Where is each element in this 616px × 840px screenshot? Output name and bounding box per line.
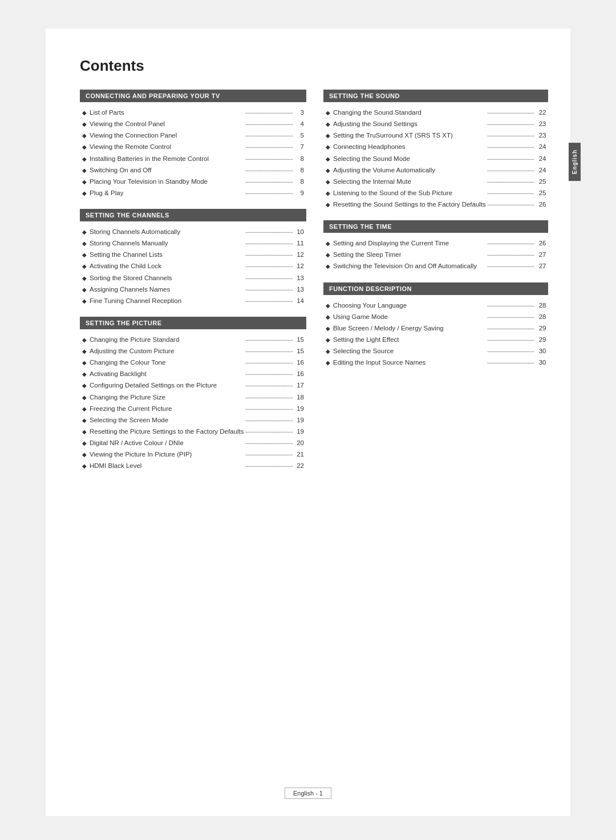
item-name: Using Game Mode <box>333 311 486 322</box>
item-name: Fine Tuning Channel Reception <box>90 295 244 306</box>
item-text: Configuring Detailed Settings on the Pic… <box>90 379 304 391</box>
item-dots: ........................................… <box>487 141 535 152</box>
diamond-icon: ◆ <box>326 335 330 345</box>
item-name: Viewing the Connection Panel <box>90 130 244 141</box>
diamond-icon: ◆ <box>326 261 330 272</box>
item-text: Selecting the Internal Mute.............… <box>333 176 546 187</box>
item-page: 8 <box>294 164 304 176</box>
item-text: Viewing the Picture In Picture (PIP)....… <box>90 449 304 460</box>
diamond-icon: ◆ <box>82 188 87 199</box>
diamond-icon: ◆ <box>82 296 87 306</box>
diamond-icon: ◆ <box>326 358 330 368</box>
item-text: Switching On and Off....................… <box>90 164 304 176</box>
diamond-icon: ◆ <box>82 142 87 152</box>
diamond-icon: ◆ <box>82 404 87 414</box>
english-tab: English <box>569 143 581 181</box>
item-dots: ........................................… <box>245 187 293 199</box>
list-item: ◆Listening to the Sound of the Sub Pictu… <box>326 187 546 199</box>
section-1: SETTING THE CHANNELS◆Storing Channels Au… <box>80 209 306 306</box>
diamond-icon: ◆ <box>82 250 87 260</box>
item-page: 26 <box>536 237 546 249</box>
section-1: SETTING THE TIME◆Setting and Displaying … <box>323 220 548 272</box>
item-name: Switching the Television On and Off Auto… <box>333 260 486 272</box>
item-name: Selecting the Internal Mute <box>333 176 486 187</box>
diamond-icon: ◆ <box>82 261 87 272</box>
item-dots: ........................................… <box>245 272 293 284</box>
list-item: ◆Changing the Sound Standard............… <box>326 107 546 118</box>
diamond-icon: ◆ <box>326 108 330 118</box>
item-name: Plug & Play <box>90 187 244 199</box>
item-page: 16 <box>294 357 304 368</box>
item-text: Fine Tuning Channel Reception...........… <box>90 295 304 306</box>
item-text: Setting the Light Effect................… <box>333 334 546 345</box>
diamond-icon: ◆ <box>82 427 87 437</box>
item-name: Selecting the Screen Mode <box>90 414 244 426</box>
item-name: Changing the Picture Size <box>90 391 244 403</box>
item-dots: ........................................… <box>487 176 535 187</box>
item-name: Activating the Child Lock <box>90 260 244 272</box>
item-dots: ........................................… <box>245 403 293 414</box>
list-item: ◆Adjusting the Custom Picture...........… <box>82 345 304 357</box>
item-name: Setting the TruSurround XT (SRS TS XT) <box>333 130 486 141</box>
item-text: Viewing the Connection Panel............… <box>90 130 304 141</box>
item-page: 15 <box>294 345 304 357</box>
item-name: Choosing Your Language <box>333 300 486 311</box>
section-header-1: SETTING THE CHANNELS <box>80 209 306 221</box>
item-page: 9 <box>294 187 304 199</box>
diamond-icon: ◆ <box>326 131 330 141</box>
list-item: ◆Adjusting the Volume Automatically.....… <box>326 164 546 176</box>
diamond-icon: ◆ <box>326 154 330 164</box>
diamond-icon: ◆ <box>82 131 87 141</box>
diamond-icon: ◆ <box>82 165 87 176</box>
section-header-2: SETTING THE PICTURE <box>80 317 306 329</box>
item-dots: ........................................… <box>487 345 535 357</box>
item-name: Adjusting the Sound Settings <box>333 118 486 130</box>
item-page: 11 <box>294 237 304 249</box>
item-name: Storing Channels Manually <box>90 237 244 249</box>
item-text: Viewing the Control Panel...............… <box>90 118 304 130</box>
diamond-icon: ◆ <box>326 177 330 187</box>
item-dots: ........................................… <box>487 118 535 130</box>
item-text: Freezing the Current Picture............… <box>90 403 304 414</box>
diamond-icon: ◆ <box>82 273 87 284</box>
diamond-icon: ◆ <box>326 239 330 249</box>
item-text: Adjusting the Custom Picture............… <box>90 345 304 357</box>
list-item: ◆List of Parts..........................… <box>82 107 304 118</box>
diamond-icon: ◆ <box>82 335 87 345</box>
diamond-icon: ◆ <box>326 188 330 199</box>
item-page: 30 <box>536 345 546 357</box>
list-item: ◆Editing the Input Source Names.........… <box>326 357 546 368</box>
item-page: 22 <box>294 460 304 471</box>
item-name: List of Parts <box>90 107 244 118</box>
item-name: Viewing the Control Panel <box>90 118 244 130</box>
diamond-icon: ◆ <box>82 393 87 403</box>
list-item: ◆Connecting Headphones..................… <box>326 141 546 152</box>
item-dots: ........................................… <box>245 449 293 460</box>
right-column: SETTING THE SOUND◆Changing the Sound Sta… <box>323 90 548 482</box>
section-2: FUNCTION DESCRIPTION◆Choosing Your Langu… <box>323 282 548 369</box>
item-name: Freezing the Current Picture <box>90 403 244 414</box>
item-page: 20 <box>294 437 304 449</box>
list-item: ◆Storing Channels Automatically.........… <box>82 226 304 237</box>
item-page: 29 <box>536 322 546 334</box>
item-dots: ........................................… <box>245 379 293 391</box>
diamond-icon: ◆ <box>326 301 330 311</box>
item-name: Setting the Sleep Timer <box>333 249 486 260</box>
item-name: Sorting the Stored Channels <box>90 272 244 284</box>
diamond-icon: ◆ <box>326 200 330 210</box>
item-page: 13 <box>294 284 304 295</box>
item-text: Viewing the Remote Control..............… <box>90 141 304 152</box>
item-page: 5 <box>294 130 304 141</box>
item-page: 10 <box>294 226 304 237</box>
item-name: Setting and Displaying the Current Time <box>333 237 486 249</box>
footer-label: English - 1 <box>285 788 331 799</box>
left-column: CONNECTING AND PREPARING YOUR TV◆List of… <box>80 90 306 482</box>
list-item: ◆Switching On and Off...................… <box>82 164 304 176</box>
diamond-icon: ◆ <box>82 119 87 130</box>
item-text: Digital NR / Active Colour / DNIe.......… <box>90 437 304 449</box>
item-dots: ........................................… <box>245 334 293 345</box>
list-item: ◆Using Game Mode........................… <box>326 311 546 322</box>
item-text: Switching the Television On and Off Auto… <box>333 260 546 272</box>
list-item: ◆Activating the Child Lock..............… <box>82 260 304 272</box>
item-dots: ........................................… <box>245 460 293 471</box>
